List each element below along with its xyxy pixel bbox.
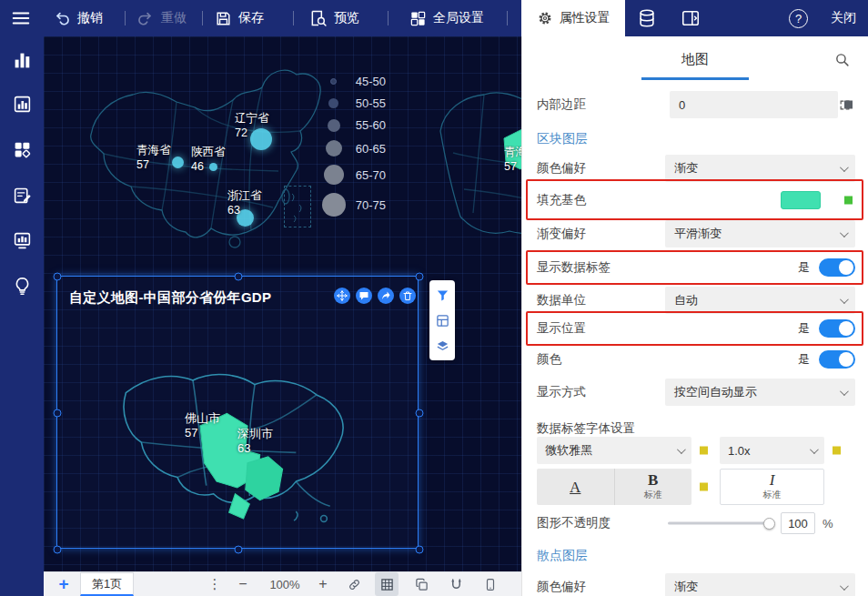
snap-magnet-button[interactable] <box>444 572 468 596</box>
font-family-indicator-square[interactable] <box>700 447 708 455</box>
more-options-button[interactable]: ⋮ <box>206 572 224 596</box>
bold-letter: B <box>648 472 658 488</box>
resize-handle-ne[interactable] <box>416 273 424 281</box>
layout-button[interactable] <box>429 308 455 333</box>
scatter-color-pref-select[interactable]: 渐变 <box>665 573 855 596</box>
show-data-label-toggle[interactable] <box>819 258 855 277</box>
panel-columns-icon <box>681 8 701 28</box>
gradient-pref-select[interactable]: 平滑渐变 <box>665 220 855 247</box>
delete-widget-button[interactable] <box>399 288 416 304</box>
preview-button[interactable]: 预览 <box>309 0 359 36</box>
redo-button[interactable]: 重做 <box>136 0 187 36</box>
scatter-dot-qinghai[interactable] <box>172 157 184 168</box>
point-name: 青海省 <box>136 144 171 158</box>
resize-handle-sw[interactable] <box>54 546 62 554</box>
link-button[interactable] <box>342 572 366 596</box>
italic-button[interactable]: I 标准 <box>721 470 823 504</box>
data-source-button[interactable] <box>637 0 657 36</box>
resize-handle-n[interactable] <box>235 273 243 281</box>
color-toggle[interactable] <box>819 350 855 369</box>
widget-custom-map-selected[interactable]: 自定义地图-中国部分省份年GDP <box>56 276 419 549</box>
point-name: 浙江省 <box>227 189 262 204</box>
fill-indicator-square[interactable] <box>844 197 853 205</box>
point-value: 57 <box>504 160 521 175</box>
link-icon <box>348 578 361 591</box>
share-widget-button[interactable] <box>378 288 394 304</box>
sidebar-item-forms[interactable] <box>11 184 33 206</box>
point-name: 佛山市 <box>185 411 220 426</box>
color-pref-select[interactable]: 渐变 <box>665 155 855 182</box>
resize-handle-e[interactable] <box>416 409 424 418</box>
sidebar-item-dashboard[interactable] <box>11 229 33 251</box>
widget-side-map[interactable]: 青海省 57 <box>428 44 521 268</box>
layout-panel-button[interactable] <box>681 0 701 36</box>
add-page-button[interactable]: + <box>53 572 75 596</box>
font-size-indicator-square[interactable] <box>833 447 841 455</box>
point-name: 辽宁省 <box>235 112 269 126</box>
opacity-value[interactable]: 100 <box>781 512 815 534</box>
zoom-level[interactable]: 100% <box>264 572 306 596</box>
padding-indicator-square[interactable] <box>844 101 853 109</box>
filter-button[interactable] <box>429 282 455 308</box>
global-settings-button[interactable]: 全局设置 <box>409 0 484 36</box>
opacity-slider[interactable] <box>668 522 770 525</box>
widget-scatter-map[interactable]: 青海省 57 陕西省 46 辽宁省 72 浙江省 63 45-50 50-55 … <box>56 44 419 268</box>
row-padding: 内部边距 <box>522 91 868 118</box>
magnet-icon <box>449 578 463 591</box>
point-value: 72 <box>235 126 269 141</box>
sidebar-item-chart-box[interactable] <box>11 93 33 115</box>
font-size-select[interactable]: 1.0x <box>720 437 824 464</box>
fill-color-swatch[interactable] <box>781 191 821 209</box>
undo-label: 撤销 <box>77 10 103 26</box>
help-icon: ? <box>789 9 808 28</box>
chevron-down-icon <box>840 163 849 172</box>
hamburger-menu-button[interactable] <box>11 0 31 36</box>
font-family-value: 微软雅黑 <box>545 442 592 459</box>
move-widget-button[interactable] <box>334 288 350 304</box>
zoom-in-button[interactable]: + <box>313 572 333 596</box>
panel-search-button[interactable] <box>834 52 850 71</box>
save-icon <box>215 10 232 27</box>
padding-input[interactable] <box>670 98 839 112</box>
duplicate-button[interactable] <box>409 572 433 596</box>
color-toggle-state: 是 <box>798 351 810 368</box>
comment-widget-button[interactable] <box>356 288 372 304</box>
resize-handle-nw[interactable] <box>54 273 62 281</box>
font-family-select[interactable]: 微软雅黑 <box>537 437 691 464</box>
fill-base-label: 填充基色 <box>537 192 586 208</box>
grid-toggle-button[interactable] <box>375 572 399 596</box>
toggle-knob <box>839 352 853 367</box>
undo-button[interactable]: 撤销 <box>53 0 103 36</box>
zoom-out-button[interactable]: − <box>233 572 253 596</box>
widget-style-button[interactable] <box>429 333 455 359</box>
legend-item: 70-75 <box>321 193 386 217</box>
tab-property-settings[interactable]: 属性设置 <box>521 0 625 36</box>
underline-letter: A <box>570 480 580 495</box>
sidebar-item-ideas[interactable] <box>11 275 33 297</box>
resize-handle-se[interactable] <box>416 546 424 554</box>
data-unit-select[interactable]: 自动 <box>665 287 855 314</box>
row-scatter-color-preference: 颜色偏好 渐变 <box>522 573 868 596</box>
toolbar-divider <box>125 11 126 25</box>
sidebar-item-charts[interactable] <box>11 49 33 71</box>
display-mode-select[interactable]: 按空间自动显示 <box>665 379 855 406</box>
resize-handle-w[interactable] <box>54 409 62 418</box>
padding-label: 内部边距 <box>537 96 586 113</box>
row-opacity: 图形不透明度 100 % <box>522 510 868 537</box>
bold-button[interactable]: B 标准 <box>615 469 692 505</box>
show-position-toggle[interactable] <box>819 319 855 338</box>
resize-handle-s[interactable] <box>235 546 243 554</box>
style-indicator-square[interactable] <box>700 483 708 491</box>
save-button[interactable]: 保存 <box>215 0 264 36</box>
help-button[interactable]: ? <box>789 0 808 36</box>
left-sidebar <box>0 36 44 596</box>
opacity-label: 图形不透明度 <box>537 515 611 531</box>
bar-chart-icon <box>13 51 32 70</box>
sidebar-item-widgets[interactable] <box>11 138 33 160</box>
design-canvas[interactable]: 青海省 57 陕西省 46 辽宁省 72 浙江省 63 45-50 50-55 … <box>44 36 521 571</box>
opacity-slider-knob[interactable] <box>763 518 775 530</box>
close-button[interactable]: 关闭 <box>831 0 856 36</box>
underline-button[interactable]: A <box>537 469 615 505</box>
mobile-preview-button[interactable] <box>479 572 502 596</box>
page-tab[interactable]: 第1页 <box>80 572 134 596</box>
